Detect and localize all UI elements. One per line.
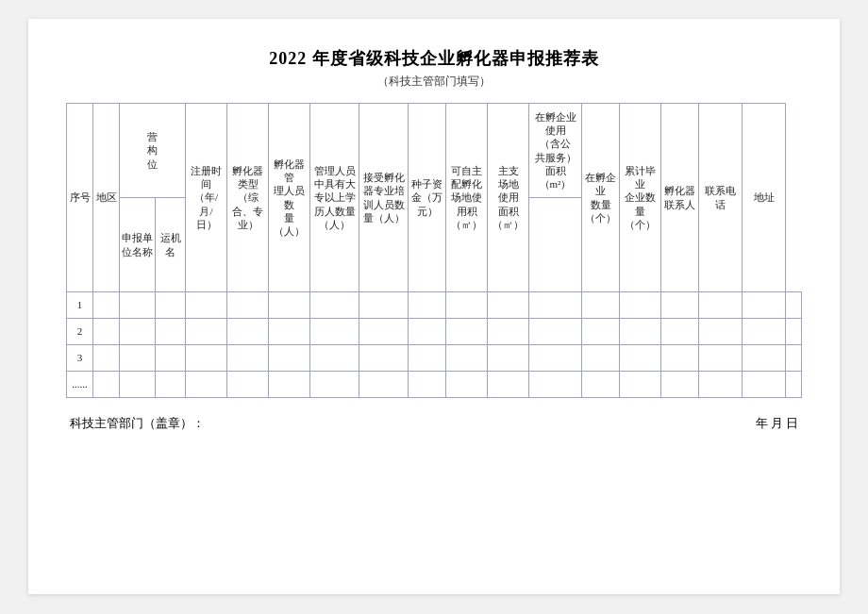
table-row: ...... [67,372,802,398]
cell-data [446,345,488,372]
cell-data [446,319,488,345]
table-row: 1 [67,292,802,319]
cell-data [269,319,310,345]
cell-data [488,319,529,345]
col-header-match: 可自主配孵化场地使用积（㎡） [446,104,488,292]
cell-data [488,345,529,372]
cell-data [409,345,446,372]
cell-data [156,372,186,398]
cell-data [488,292,529,319]
cell-data [446,292,488,319]
cell-data [409,292,446,319]
footer: 科技主管部门（盖章）： 年 月 日 [66,415,802,432]
cell-data [699,292,743,319]
cell-data [620,319,661,345]
page-subtitle: （科技主管部门填写） [66,74,802,90]
cell-data [582,345,620,372]
cell-data [310,345,359,372]
col-header-seed: 种子资金（万元） [409,104,446,292]
cell-data [620,292,661,319]
cell-data [227,345,269,372]
page: 2022 年度省级科技企业孵化器申报推荐表 （科技主管部门填写） 序号 地区 营… [28,19,840,594]
cell-data [661,319,699,345]
cell-data [156,292,186,319]
cell-data [409,372,446,398]
cell-data [582,292,620,319]
cell-data [786,372,802,398]
col-header-area: 地区 [93,104,120,292]
cell-data [156,319,186,345]
cell-data [93,372,120,398]
col-header-orgrun: 运机名 [156,198,186,292]
cell-data [186,372,227,398]
cell-data [186,292,227,319]
cell-seq: 2 [67,319,93,345]
cell-seq: ...... [67,372,93,398]
cell-data [120,345,156,372]
cell-data [359,372,409,398]
col-header-inctype: 孵化器类型（综合、专业） [227,104,269,292]
col-header-area2: 主支场地使用面积（㎡） [488,104,529,292]
cell-data [699,319,743,345]
cell-data [227,292,269,319]
cell-data [699,345,743,372]
page-title: 2022 年度省级科技企业孵化器申报推荐表 [66,47,802,70]
cell-data [743,372,786,398]
cell-data [227,372,269,398]
cell-data [186,319,227,345]
cell-data [310,372,359,398]
footer-right: 年 月 日 [756,415,799,432]
cell-data [120,319,156,345]
cell-seq: 3 [67,345,93,372]
cell-data [269,372,310,398]
cell-data [310,292,359,319]
cell-data [661,292,699,319]
cell-data [359,345,409,372]
cell-data [529,345,582,372]
cell-data [582,319,620,345]
cell-seq: 1 [67,292,93,319]
col-header-gradnum: 累计毕业企业数量（个） [620,104,661,292]
cell-data [661,372,699,398]
cell-data [359,319,409,345]
main-table: 序号 地区 营构位 注册时间（年/月/日） 孵化器类型（综合、专业） 孵化器管理… [66,103,802,398]
cell-data [93,345,120,372]
cell-data [620,345,661,372]
col-header-edu: 管理人员中具有大专以上学历人数量（人） [310,104,359,292]
cell-data [409,319,446,345]
cell-data [446,372,488,398]
cell-data [529,372,582,398]
cell-data [120,372,156,398]
cell-data [529,319,582,345]
cell-data [786,319,802,345]
col-header-seq: 序号 [67,104,93,292]
cell-data [93,319,120,345]
cell-data [620,372,661,398]
cell-data [529,292,582,319]
cell-data [743,345,786,372]
cell-data [186,345,227,372]
cell-data [743,319,786,345]
table-row: 3 [67,345,802,372]
col-header-incnum: 在孵企业数量（个） [582,104,620,292]
col-header-address: 地址 [743,104,786,292]
col-header-shared-group: 在孵企业使用（含公共服务）面积（m²） [529,104,582,198]
cell-data [488,372,529,398]
col-header-phone: 联系电话 [699,104,743,292]
cell-data [786,345,802,372]
col-header-mgr: 孵化器管理人员数量（人） [269,104,310,292]
cell-data [227,319,269,345]
table-row: 2 [67,319,802,345]
col-header-org-group: 营构位 [120,104,186,198]
cell-data [93,292,120,319]
col-header-orgname: 申报单位名称 [120,198,156,292]
col-header-contact: 孵化器联系人 [661,104,699,292]
cell-data [786,292,802,319]
cell-data [743,292,786,319]
cell-data [699,372,743,398]
cell-data [269,292,310,319]
col-header-regdate: 注册时间（年/月/日） [186,104,227,292]
footer-left: 科技主管部门（盖章）： [70,415,205,432]
cell-data [120,292,156,319]
cell-data [661,345,699,372]
